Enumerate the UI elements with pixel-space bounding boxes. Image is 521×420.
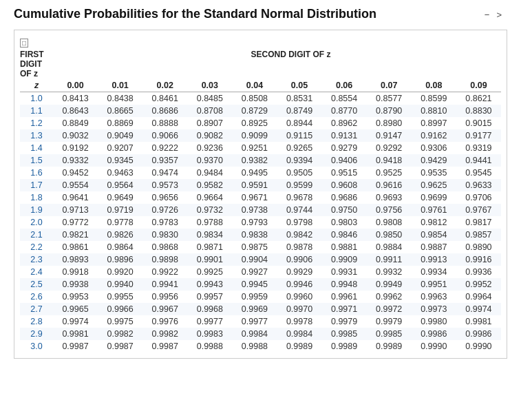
prob-value: 0.8643 bbox=[53, 105, 98, 117]
prob-value: 0.9982 bbox=[98, 328, 142, 340]
table-row: 2.40.99180.99200.99220.99250.99270.99290… bbox=[20, 266, 501, 278]
table-row: 2.90.99810.99820.99820.99830.99840.99840… bbox=[20, 328, 501, 340]
prob-value: 0.9554 bbox=[53, 179, 98, 191]
prob-value: 0.9761 bbox=[412, 204, 456, 216]
table-row: 2.70.99650.99660.99670.99680.99690.99700… bbox=[20, 303, 501, 315]
prob-value: 0.9868 bbox=[142, 241, 187, 253]
prob-value: 0.9732 bbox=[187, 204, 232, 216]
prob-value: 0.9961 bbox=[322, 291, 367, 303]
prob-value: 0.9861 bbox=[53, 241, 98, 253]
prob-value: 0.9938 bbox=[53, 278, 98, 291]
prob-value: 0.9830 bbox=[142, 229, 187, 241]
prob-value: 0.9945 bbox=[232, 278, 277, 291]
z-value: 1.7 bbox=[20, 179, 53, 191]
prob-value: 0.8554 bbox=[322, 92, 367, 105]
normal-distribution-table: z 0.00 0.01 0.02 0.03 0.04 0.05 0.06 0.0… bbox=[20, 79, 501, 353]
prob-value: 0.9406 bbox=[322, 154, 367, 167]
prob-value: 0.9656 bbox=[142, 191, 187, 204]
prob-value: 0.9744 bbox=[277, 204, 321, 216]
prob-value: 0.9977 bbox=[187, 315, 232, 328]
prob-value: 0.9429 bbox=[412, 154, 456, 167]
prob-value: 0.8980 bbox=[367, 117, 412, 129]
prob-value: 0.9719 bbox=[98, 204, 142, 216]
prob-value: 0.9463 bbox=[98, 167, 142, 179]
prob-value: 0.9969 bbox=[232, 303, 277, 315]
prob-value: 0.9826 bbox=[98, 229, 142, 241]
prob-value: 0.9591 bbox=[232, 179, 277, 191]
prob-value: 0.9988 bbox=[187, 340, 232, 353]
prob-value: 0.9686 bbox=[322, 191, 367, 204]
col-header-0.02: 0.02 bbox=[142, 79, 187, 92]
z-value: 1.3 bbox=[20, 129, 53, 142]
table-row: 1.00.84130.84380.84610.84850.85080.85310… bbox=[20, 92, 501, 105]
z-value: 2.6 bbox=[20, 291, 53, 303]
prob-value: 0.9857 bbox=[456, 229, 501, 241]
prob-value: 0.9850 bbox=[367, 229, 412, 241]
prob-value: 0.9599 bbox=[277, 179, 321, 191]
table-row: 2.50.99380.99400.99410.99430.99450.99460… bbox=[20, 278, 501, 291]
prob-value: 0.9973 bbox=[412, 303, 456, 315]
prob-value: 0.9842 bbox=[277, 229, 321, 241]
prob-value: 0.9846 bbox=[322, 229, 367, 241]
prob-value: 0.9864 bbox=[98, 241, 142, 253]
prob-value: 0.8997 bbox=[412, 117, 456, 129]
prob-value: 0.9671 bbox=[232, 191, 277, 204]
prob-value: 0.9964 bbox=[456, 291, 501, 303]
prob-value: 0.9115 bbox=[277, 129, 321, 142]
prob-value: 0.9959 bbox=[232, 291, 277, 303]
minimize-button[interactable]: − bbox=[485, 10, 490, 20]
prob-value: 0.9982 bbox=[142, 328, 187, 340]
prob-value: 0.8944 bbox=[277, 117, 321, 129]
table-row: 2.80.99740.99750.99760.99770.99770.99780… bbox=[20, 315, 501, 328]
z-value: 3.0 bbox=[20, 340, 53, 353]
prob-value: 0.9974 bbox=[456, 303, 501, 315]
prob-value: 0.9975 bbox=[98, 315, 142, 328]
prob-value: 0.9963 bbox=[412, 291, 456, 303]
col-header-0.04: 0.04 bbox=[232, 79, 277, 92]
prob-value: 0.8810 bbox=[412, 105, 456, 117]
prob-value: 0.9625 bbox=[412, 179, 456, 191]
prob-value: 0.9370 bbox=[187, 154, 232, 167]
prob-value: 0.9965 bbox=[53, 303, 98, 315]
prob-value: 0.9936 bbox=[456, 266, 501, 278]
prob-value: 0.9808 bbox=[367, 216, 412, 229]
prob-value: 0.9573 bbox=[142, 179, 187, 191]
prob-value: 0.8531 bbox=[277, 92, 321, 105]
prob-value: 0.9949 bbox=[367, 278, 412, 291]
prob-value: 0.9664 bbox=[187, 191, 232, 204]
z-value: 1.4 bbox=[20, 142, 53, 154]
z-value: 2.2 bbox=[20, 241, 53, 253]
prob-value: 0.9906 bbox=[277, 253, 321, 266]
col-header-0.00: 0.00 bbox=[53, 79, 98, 92]
table-row: 1.60.94520.94630.94740.94840.94950.95050… bbox=[20, 167, 501, 179]
prob-value: 0.9066 bbox=[142, 129, 187, 142]
z-value: 1.6 bbox=[20, 167, 53, 179]
prob-value: 0.8686 bbox=[142, 105, 187, 117]
prob-value: 0.9382 bbox=[232, 154, 277, 167]
prob-value: 0.8962 bbox=[322, 117, 367, 129]
table-container: □ FIRST DIGIT OF z SECOND DIGIT OF z z 0… bbox=[14, 30, 507, 359]
prob-value: 0.9925 bbox=[187, 266, 232, 278]
prob-value: 0.9345 bbox=[98, 154, 142, 167]
prob-value: 0.9946 bbox=[277, 278, 321, 291]
prob-value: 0.8621 bbox=[456, 92, 501, 105]
col-header-z: z bbox=[20, 79, 53, 92]
prob-value: 0.9957 bbox=[187, 291, 232, 303]
z-value: 2.1 bbox=[20, 229, 53, 241]
prob-value: 0.9987 bbox=[98, 340, 142, 353]
prob-value: 0.9693 bbox=[367, 191, 412, 204]
prob-value: 0.9976 bbox=[142, 315, 187, 328]
prob-value: 0.9981 bbox=[53, 328, 98, 340]
prob-value: 0.9332 bbox=[53, 154, 98, 167]
prob-value: 0.9495 bbox=[232, 167, 277, 179]
prob-value: 0.9896 bbox=[98, 253, 142, 266]
prob-value: 0.9099 bbox=[232, 129, 277, 142]
prob-value: 0.9940 bbox=[98, 278, 142, 291]
prob-value: 0.9207 bbox=[98, 142, 142, 154]
prob-value: 0.9989 bbox=[367, 340, 412, 353]
prob-value: 0.9306 bbox=[412, 142, 456, 154]
prob-value: 0.9893 bbox=[53, 253, 98, 266]
expand-button[interactable]: > bbox=[496, 10, 502, 20]
prob-value: 0.9967 bbox=[142, 303, 187, 315]
prob-value: 0.9934 bbox=[412, 266, 456, 278]
